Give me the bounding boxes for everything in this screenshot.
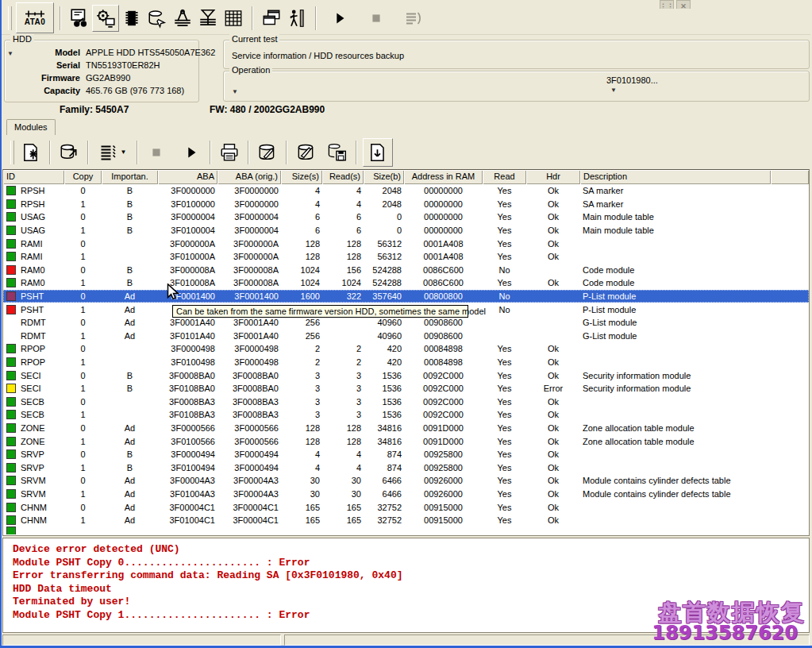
table-row[interactable]: ZONE0Ad3F00005663F0000566128128348160091… [3,422,809,435]
table-row[interactable]: ZONE1Ad3F01005663F0000566128128348160091… [3,434,809,448]
module-id-label: RAMI [21,239,43,249]
table-row[interactable]: SECB13F0108BA33F0008BA33315360092C000Yes… [3,408,809,422]
cell-read_s: 6 [322,212,364,222]
cell-id: RAM0 [3,265,64,275]
surface-test-button[interactable] [221,6,246,31]
read-modules-button[interactable] [363,138,393,167]
cell-read_s: 30 [322,476,364,485]
operation-dropdown-arrow[interactable]: ▼ [232,88,238,95]
table-row[interactable]: SECI0B3F0008BA03F0008BA03315360092C000Ye… [3,368,809,382]
cell-read_s: 4 [322,199,364,209]
column-header-importance[interactable]: Importan. [102,170,158,184]
table-row[interactable]: RAMI03F000000A3F000000A128128563120001A4… [3,237,809,250]
table-row[interactable]: SECI1B3F0108BA03F0008BA03315360092C000Ye… [3,382,809,395]
chip-test-button[interactable] [119,6,144,31]
cell-address_ram: 00908600 [404,331,483,341]
cell-read: Yes [483,437,526,446]
column-header-id[interactable]: ID [3,170,64,184]
export-db-button[interactable] [56,140,82,165]
cell-importance: B [102,199,158,209]
table-row[interactable]: SRVP0B3F00004943F00004944487400925800Yes… [3,448,809,461]
cell-copy: 0 [64,318,102,327]
toolbar-grip[interactable] [8,6,12,30]
cell-id: SRVP [3,463,64,472]
ata0-port-button[interactable]: ATA0 [16,2,54,33]
report-button[interactable] [400,6,425,31]
table-row[interactable]: CHNM1Ad3F01004C13F00004C1165165327520091… [3,514,809,527]
utility-start-button[interactable] [92,5,119,32]
module-id-label: SRVP [21,463,44,472]
select-modules-button[interactable]: ▼ [94,140,131,165]
tooltip-text: Can be taken from the same firmware vers… [176,307,486,316]
delete-module-button[interactable] [18,140,44,165]
column-header-size_b[interactable]: Size(b) [364,170,404,184]
cell-id: RDMT [3,318,64,327]
table-row[interactable]: RPSH1B3F01000003F000000044204800000000Ye… [3,198,809,211]
toolbar-grip[interactable] [10,141,14,164]
table-row[interactable]: RAMI13F010000A3F000000A128128563120001A4… [3,250,809,264]
backup-button[interactable] [144,6,170,31]
status-color-box [6,503,16,512]
operation-value[interactable]: 3F0101980... [606,75,658,85]
table-row[interactable]: RPOP03F00004983F00004982242000084898YesO… [3,342,809,356]
cell-size_s: 3 [281,410,322,419]
table-row[interactable]: RPOP13F01004983F00004982242000084898YesO… [3,356,809,369]
table-row[interactable]: CHNM0Ad3F00004C13F00004C1165165327520091… [3,500,809,514]
stop-test-button[interactable] [364,6,389,31]
select-modules-dropdown-arrow[interactable]: ▼ [121,148,127,156]
stop-read-button[interactable] [144,140,169,165]
close-button[interactable]: ✕ [676,0,691,9]
cell-description: Main module table [580,226,771,235]
table-row[interactable]: RDMT0Ad3F0001A403F0001A40256409600090860… [3,316,809,330]
module-id-label: PSHT [21,305,44,314]
cell-importance: Ad [102,291,158,301]
heads-test-button[interactable] [170,6,195,31]
column-header-copy[interactable]: Copy [64,170,102,184]
table-row[interactable]: USAG0B3F00000043F000000466000000000YesOk… [3,210,809,224]
column-header-aba[interactable]: ABA [158,170,217,184]
cell-aba_orig: 3F0008BA0 [217,371,281,380]
column-header-size_s[interactable]: Size(s) [281,170,322,184]
column-header-hdr[interactable]: Hdr [526,170,580,184]
module-id-label: RPOP [21,344,45,353]
table-row[interactable]: SECB03F0008BA33F0008BA33315360092C000Yes… [3,395,809,409]
column-header-read_s[interactable]: Read(s) [322,170,364,184]
table-row[interactable]: RAM01B3F010008A3F000008A1024102452428800… [3,276,809,290]
drive-passport-button[interactable] [67,6,92,31]
column-header-read[interactable]: Read [483,170,526,184]
print-button[interactable] [217,140,242,165]
cell-read_s: 156 [322,265,364,275]
cell-address_ram: 0091D000 [404,423,483,433]
table-row[interactable]: RAM00B3F000008A3F000008A1024156524288008… [3,264,809,277]
db-edit-alt-button[interactable] [293,140,318,165]
column-header-aba_orig[interactable]: ABA (orig.) [217,170,281,184]
copy-windows-button[interactable] [259,6,284,31]
db-save-button[interactable] [325,140,350,165]
table-row[interactable] [3,526,809,534]
table-row[interactable]: SRVM0Ad3F00004A33F00004A3303064660092600… [3,474,809,488]
cell-description: G-List module [580,331,771,341]
start-read-button[interactable] [179,140,204,165]
table-row[interactable]: USAG1B3F01000043F000000466000000000YesOk… [3,224,809,237]
log-line: Module PSHT Copy 0......................… [13,557,809,570]
table-row[interactable]: RDMT1Ad3F0101A403F0001A40256409600090860… [3,330,809,343]
table-row[interactable]: PSHT0Ad3F00014003F0001400160032235764000… [3,290,809,303]
cell-importance: Ad [102,489,158,499]
db-edit-button[interactable] [255,140,280,165]
cell-aba_orig: 3F0000494 [217,463,281,472]
table-row[interactable]: SRVP1B3F01004943F00004944487400925800Yes… [3,461,809,474]
column-header-description[interactable]: Description [580,170,771,184]
filter-button[interactable] [195,6,221,31]
start-test-button[interactable] [327,6,352,31]
table-row[interactable]: SRVM1Ad3F01004A33F00004A3303064660092600… [3,488,809,501]
operation-value-dropdown-arrow[interactable]: ▼ [610,87,617,94]
column-header-address_ram[interactable]: Address in RAM [404,170,483,184]
table-row[interactable]: RPSH0B3F00000003F000000044204800000000Ye… [3,184,809,198]
tab-modules[interactable]: Modules [6,119,56,135]
exit-button[interactable] [284,6,310,31]
cell-address_ram: 0086C600 [404,278,483,287]
cell-read: Yes [483,476,526,485]
cell-importance: B [102,384,158,393]
module-id-label: SECB [21,410,44,419]
grid-dots-icon[interactable]: ⋮⋮ [660,0,674,9]
